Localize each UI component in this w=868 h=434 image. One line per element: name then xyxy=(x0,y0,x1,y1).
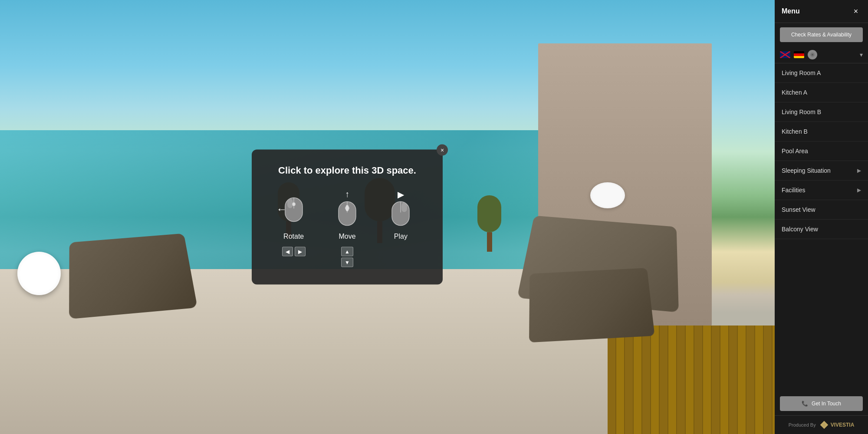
key-right: ▶ xyxy=(295,247,306,256)
arrow-left-icon: ← xyxy=(276,203,287,215)
svg-rect-2 xyxy=(287,199,293,208)
tutorial-title: Click to explore this 3D space. xyxy=(271,165,423,176)
key-up: ▲ xyxy=(341,247,353,256)
menu-item-sleeping-situation[interactable]: Sleeping Situation ▶ xyxy=(775,161,868,181)
phone-icon: 📞 xyxy=(802,401,808,407)
facilities-arrow-icon: ▶ xyxy=(857,187,861,193)
white-bowl xyxy=(590,182,625,208)
rotate-label: Rotate xyxy=(283,233,304,240)
key-row-up: ▲ xyxy=(341,247,353,256)
menu-item-balcony-view[interactable]: Balcony View xyxy=(775,220,868,239)
svg-rect-8 xyxy=(346,205,349,211)
vivestia-logo: VIVESTIA xyxy=(819,420,855,430)
panel-close-button[interactable]: × xyxy=(851,6,861,16)
flag-cup-icon[interactable] xyxy=(808,50,817,59)
tutorial-close-button[interactable]: × xyxy=(437,145,448,156)
move-label: Move xyxy=(339,233,355,240)
produced-by: Produced By VIVESTIA xyxy=(775,415,868,434)
key-down: ▼ xyxy=(341,258,353,267)
play-icon-container: ▶ xyxy=(383,189,418,228)
svg-rect-11 xyxy=(401,203,407,212)
menu-item-kitchen-b[interactable]: Kitchen B xyxy=(775,122,868,141)
tutorial-overlay: × Click to explore this 3D space. ← Rota… xyxy=(252,150,443,285)
tutorial-items: ← Rotate ◀ ▶ ↑ xyxy=(271,189,423,267)
check-rates-button[interactable]: Check Rates & Availability xyxy=(780,27,863,42)
menu-items: Living Room A Kitchen A Living Room B Ki… xyxy=(775,63,868,392)
mouse-move-icon xyxy=(336,197,358,228)
sleeping-situation-arrow-icon: ▶ xyxy=(857,168,861,174)
menu-item-kitchen-a[interactable]: Kitchen A xyxy=(775,83,868,102)
cushion-right-2 xyxy=(529,268,655,342)
panel-header: Menu × xyxy=(775,0,868,23)
key-row-down: ▼ xyxy=(341,258,353,267)
mouse-play-icon xyxy=(390,197,411,228)
side-panel: Menu × Check Rates & Availability ▾ Livi… xyxy=(775,0,868,434)
panel-title: Menu xyxy=(782,7,800,15)
tutorial-item-rotate: ← Rotate ◀ ▶ xyxy=(271,189,316,256)
flags-left xyxy=(780,50,817,59)
get-in-touch-button[interactable]: 📞 Get In Touch xyxy=(780,396,863,411)
tree-3 xyxy=(477,195,501,252)
key-left: ◀ xyxy=(282,247,293,256)
svg-rect-4 xyxy=(293,203,295,206)
menu-item-facilities[interactable]: Facilities ▶ xyxy=(775,181,868,200)
menu-item-pool-area[interactable]: Pool Area xyxy=(775,141,868,161)
move-keyboard: ▲ ▼ xyxy=(341,247,353,267)
tutorial-item-move: ↑ Move ▲ ▼ xyxy=(325,189,369,267)
chevron-down-icon[interactable]: ▾ xyxy=(860,51,863,58)
flags-row: ▾ xyxy=(775,46,868,63)
cup-svg xyxy=(809,52,815,58)
flag-de-icon[interactable] xyxy=(794,51,804,58)
menu-item-living-room-b[interactable]: Living Room B xyxy=(775,102,868,122)
svg-rect-13 xyxy=(812,54,813,56)
rotate-keyboard: ◀ ▶ xyxy=(282,247,306,256)
vivestia-diamond-icon xyxy=(819,420,829,430)
move-icon-container: ↑ xyxy=(330,189,365,228)
flag-gb-icon[interactable] xyxy=(780,51,790,58)
cushion-left xyxy=(69,233,197,319)
menu-item-sunset-view[interactable]: Sunset View xyxy=(775,200,868,220)
arrow-up-icon: ↑ xyxy=(345,189,349,199)
play-label: Play xyxy=(394,233,408,240)
tutorial-item-play: ▶ Play xyxy=(378,189,423,240)
play-triangle-icon: ▶ xyxy=(398,189,404,200)
white-table xyxy=(17,252,61,295)
rotate-icon-container: ← xyxy=(276,189,311,228)
menu-item-living-room-a[interactable]: Living Room A xyxy=(775,63,868,83)
